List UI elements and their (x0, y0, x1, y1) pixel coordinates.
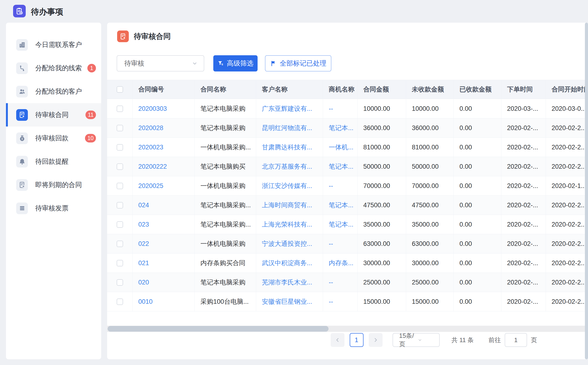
contract-no-link[interactable]: 022 (133, 234, 195, 253)
opportunity-name-link[interactable]: 笔记本... (323, 119, 358, 137)
opportunity-name-link[interactable]: -- (323, 234, 358, 253)
received-amount-text: 0.00 (454, 138, 501, 157)
page-size-value: 15条/页 (399, 332, 417, 348)
prev-page-button[interactable] (331, 333, 344, 347)
customer-name-link[interactable]: 武汉中积淀商务... (256, 253, 323, 273)
customer-name-link[interactable]: 广东亚辉建设有... (256, 99, 323, 118)
advanced-filter-button[interactable]: 高级筛选 (213, 55, 258, 71)
contract-no-link[interactable]: 2020025 (133, 176, 195, 195)
contract-no-link[interactable]: 023 (133, 215, 195, 234)
opportunity-name-link[interactable]: -- (323, 99, 358, 118)
goto-page-input[interactable] (505, 333, 527, 347)
opportunity-name-link[interactable]: -- (323, 273, 358, 292)
contract-amount-text: 35000.00 (358, 215, 406, 234)
page-size-select[interactable]: 15条/页 (393, 333, 440, 347)
filter-funnel-icon (217, 60, 224, 67)
customer-name-link[interactable]: 甘肃腾达科技有... (256, 138, 323, 157)
contract-start-time-text: 2020-02-2... (546, 273, 588, 292)
received-amount-text: 0.00 (454, 157, 501, 176)
column-header-contract-start-time: 合同开始时间 (546, 80, 588, 99)
customer-name-link[interactable]: 上海时间商贸有... (256, 196, 323, 215)
row-checkbox[interactable] (117, 241, 123, 247)
sidebar-item-contracts-pending-review[interactable]: 待审核合同 11 (6, 103, 101, 126)
customer-name-link[interactable]: 安徽省巨星钢业... (256, 292, 323, 311)
sidebar-item-contracts-expiring-soon[interactable]: 即将到期的合同 (6, 173, 101, 197)
row-checkbox[interactable] (117, 299, 123, 305)
sidebar-item-customers-assigned-to-me[interactable]: 分配给我的客户 (6, 80, 101, 103)
sidebar: 今日需联系客户 分配给我的线索 1 分配给我的客户 (6, 23, 101, 359)
contract-amount-text: 15000.00 (358, 292, 406, 311)
table-row: 022 一体机电脑采购 宁波大通投资控... -- 63000.00 63000… (107, 234, 588, 253)
contract-no-link[interactable]: 021 (133, 253, 195, 273)
horizontal-scrollbar-thumb[interactable] (108, 326, 328, 332)
contract-no-link[interactable]: 20200222 (133, 157, 195, 176)
contract-no-link[interactable]: 024 (133, 196, 195, 215)
row-checkbox[interactable] (117, 125, 123, 131)
column-header-contract-name: 合同名称 (195, 80, 256, 99)
customer-name-link[interactable]: 北京万基服务有... (256, 157, 323, 176)
panel-title: 待审核合同 (134, 31, 171, 42)
filter-row: 待审核 高级筛选 全部标记已处理 (117, 55, 331, 71)
flag-icon (270, 60, 277, 67)
order-time-text: 2020-02-... (501, 157, 546, 176)
opportunity-name-link[interactable]: 笔记本... (323, 196, 358, 215)
mark-all-processed-label: 全部标记已处理 (280, 59, 326, 68)
opportunity-name-link[interactable]: 笔记本... (323, 215, 358, 234)
sidebar-item-label: 待审核回款 (35, 134, 68, 143)
row-checkbox[interactable] (117, 279, 123, 286)
row-checkbox[interactable] (117, 105, 123, 112)
unreceived-amount-text: 70000.00 (406, 176, 454, 195)
column-header-unreceived-amount: 未收款金额 (406, 80, 454, 99)
opportunity-name-link[interactable]: -- (323, 176, 358, 195)
row-checkbox[interactable] (117, 221, 123, 228)
table-header: 合同编号 合同名称 客户名称 商机名称 合同金额 未收款金额 已收款金额 下单时… (107, 80, 588, 99)
unreceived-amount-text: 47500.00 (406, 196, 454, 215)
sidebar-item-invoices-pending-review[interactable]: 待审核发票 (6, 197, 101, 220)
column-header-customer-name: 客户名称 (256, 80, 323, 99)
sidebar-item-today-contact-customers[interactable]: 今日需联系客户 (6, 33, 101, 56)
contract-no-link[interactable]: 0010 (133, 292, 195, 311)
vertical-scrollbar-thumb[interactable] (585, 23, 588, 359)
sidebar-item-label: 分配给我的线索 (35, 64, 82, 73)
sidebar-item-leads-assigned-to-me[interactable]: 分配给我的线索 1 (6, 56, 101, 80)
horizontal-scrollbar-track[interactable] (107, 326, 588, 332)
column-header-order-time: 下单时间 (501, 80, 546, 99)
opportunity-name-link[interactable]: -- (323, 292, 358, 311)
contract-no-link[interactable]: 2020028 (133, 119, 195, 137)
opportunity-name-link[interactable]: 一体机... (323, 138, 358, 157)
contract-name-text: 笔记本电脑采购... (195, 215, 256, 234)
row-checkbox[interactable] (117, 202, 123, 209)
opportunity-name-link[interactable]: 内存条... (323, 253, 358, 273)
contract-name-text: 笔记本电脑购买 (195, 157, 256, 176)
row-checkbox[interactable] (117, 144, 123, 151)
contract-amount-text: 50000.00 (358, 157, 406, 176)
row-checkbox[interactable] (117, 183, 123, 189)
contract-no-link[interactable]: 020 (133, 273, 195, 292)
customer-name-link[interactable]: 芜湖市李氏木业... (256, 273, 323, 292)
customer-name-link[interactable]: 上海光荣科技有... (256, 215, 323, 234)
row-checkbox[interactable] (117, 163, 123, 170)
customer-name-link[interactable]: 宁波大通投资控... (256, 234, 323, 253)
customer-name-link[interactable]: 浙江安沙传媒有... (256, 176, 323, 195)
next-page-button[interactable] (369, 333, 383, 347)
unread-count-badge: 10 (85, 134, 96, 142)
sidebar-item-label: 即将到期的合同 (35, 180, 82, 190)
row-checkbox[interactable] (117, 260, 123, 266)
order-time-text: 2020-02-... (501, 138, 546, 157)
page-number-button[interactable]: 1 (350, 333, 363, 347)
received-amount-text: 0.00 (454, 215, 501, 234)
chevron-down-icon (191, 60, 198, 67)
sidebar-item-receivables-pending-review[interactable]: ¥ 待审核回款 10 (6, 126, 101, 150)
select-all-checkbox[interactable] (117, 86, 123, 93)
sidebar-item-label: 待审核发票 (35, 204, 68, 213)
mark-all-processed-button[interactable]: 全部标记已处理 (265, 55, 331, 71)
money-bag-icon: ¥ (16, 133, 28, 144)
sidebar-item-receivable-reminder[interactable]: 待回款提醒 (6, 150, 101, 173)
main-panel: 待审核合同 待审核 高级筛选 全部标记 (107, 23, 588, 359)
contract-no-link[interactable]: 2020023 (133, 138, 195, 157)
opportunity-name-link[interactable]: 笔记本... (323, 157, 358, 176)
status-select[interactable]: 待审核 (117, 55, 204, 71)
customer-name-link[interactable]: 昆明红河物流有... (256, 119, 323, 137)
status-select-value: 待审核 (124, 59, 191, 68)
contract-no-link[interactable]: 20200303 (133, 99, 195, 118)
